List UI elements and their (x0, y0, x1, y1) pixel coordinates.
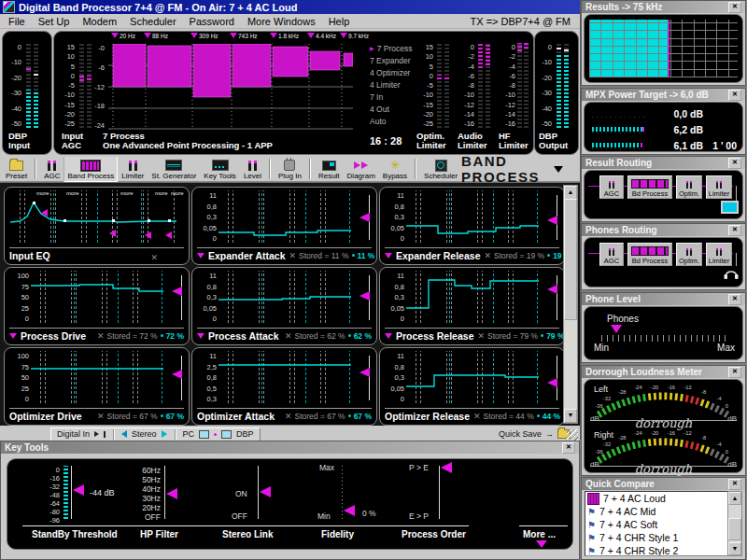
plug-in-button[interactable]: Plug In (275, 156, 305, 182)
clear-icon[interactable] (97, 412, 105, 421)
freq-marker[interactable]: 9.7 kHz (340, 33, 369, 39)
close-icon[interactable] (562, 442, 575, 454)
hp-filter-option[interactable]: 40Hz (142, 484, 161, 494)
main-title-bar[interactable]: Digital Band Processor 7+4 @ FM - On Air… (0, 0, 580, 14)
close-icon[interactable] (728, 2, 741, 13)
expand-icon[interactable] (9, 333, 17, 339)
scroll-down-button[interactable] (728, 542, 741, 555)
phone-level-scale[interactable] (601, 335, 727, 342)
slider-handle-icon[interactable] (172, 287, 182, 296)
st-generator-button[interactable]: St. Generator (148, 156, 200, 182)
close-icon[interactable] (728, 479, 741, 490)
eq-point[interactable] (148, 219, 150, 222)
eq-handle-icon[interactable] (41, 209, 48, 217)
menu-item[interactable]: Scheduler (123, 16, 183, 27)
spectrum-graph[interactable] (108, 44, 353, 130)
chevron-down-icon[interactable] (554, 166, 563, 173)
diagram-button[interactable]: Diagram (344, 156, 379, 182)
routing-block-agc[interactable]: AGC (599, 243, 624, 266)
scroll-up-button[interactable] (564, 186, 577, 200)
optimizer-drive-slider[interactable] (172, 356, 186, 400)
eq-point[interactable] (63, 219, 66, 222)
preset-button[interactable]: Preset (2, 156, 31, 182)
eq-handle-icon[interactable] (109, 230, 116, 237)
clear-icon[interactable] (150, 247, 158, 264)
routing-block-bd-process[interactable]: Bd Process (627, 175, 672, 199)
menu-item[interactable]: More Windows (241, 16, 322, 27)
quick-compare-title-bar[interactable]: Quick Compare (582, 478, 745, 490)
expand-icon[interactable] (385, 333, 392, 339)
preset-item[interactable]: 7 + 4 AC Mid (585, 505, 727, 518)
process-attack-slider[interactable] (359, 275, 374, 320)
routing-block-optim[interactable]: Optim. (676, 243, 702, 266)
menu-item[interactable]: Set Up (32, 16, 77, 27)
slider-handle-icon[interactable] (359, 291, 370, 301)
quick-save-button[interactable]: Quick Save (499, 429, 571, 439)
slider-handle-icon[interactable] (359, 213, 370, 222)
optimizer-attack-slider[interactable] (359, 356, 374, 400)
menu-item[interactable]: File (2, 16, 32, 27)
process-order-handle-icon[interactable] (441, 462, 452, 473)
scroll-thumb[interactable] (728, 518, 741, 540)
routing-block-limiter[interactable]: Limiter (706, 243, 732, 266)
hp-filter-handle-icon[interactable] (166, 488, 177, 499)
dorrough-title-bar[interactable]: Dorrough Loudness Meter (582, 366, 745, 378)
resize-grip[interactable] (567, 429, 578, 441)
result-routing-title-bar[interactable]: Result Routing (582, 157, 745, 169)
routing-block-limiter[interactable]: Limiter (706, 175, 732, 199)
fidelity-handle-icon[interactable] (344, 505, 355, 516)
close-icon[interactable] (728, 158, 741, 169)
preset-item[interactable]: 7 + 4 CHR Style 2 (585, 544, 727, 556)
hp-filter-option[interactable]: 30Hz (142, 494, 161, 503)
slider-handle-icon[interactable] (547, 216, 557, 225)
more-button[interactable]: More ... (523, 529, 556, 539)
stereo-link-off[interactable]: OFF (232, 511, 247, 521)
hp-filter-option[interactable]: 50Hz (142, 475, 161, 484)
agc-button[interactable]: AGC (40, 156, 63, 182)
slider-handle-icon[interactable] (172, 370, 182, 379)
slider-handle-icon[interactable] (359, 368, 370, 377)
process-order-top[interactable]: P > E (409, 463, 429, 472)
scheduler-button[interactable]: Scheduler (420, 156, 461, 182)
mpx-title-bar[interactable]: MPX Power Target -> 6,0 dB (582, 89, 745, 101)
expand-icon[interactable] (197, 253, 204, 259)
clear-icon[interactable] (484, 251, 491, 260)
input-eq-plot[interactable]: moremoremoremoremore (10, 190, 176, 245)
scroll-up-button[interactable] (728, 492, 741, 505)
process-release-plot[interactable] (406, 271, 539, 325)
hp-filter-option[interactable]: OFF (145, 512, 161, 522)
freq-marker[interactable]: 743 Hz (230, 33, 258, 39)
stereo-link-on[interactable]: ON (235, 489, 247, 498)
close-icon[interactable] (728, 367, 741, 378)
expand-icon[interactable] (385, 253, 392, 259)
freq-marker[interactable]: 88 Hz (144, 33, 168, 39)
expander-release-slider[interactable] (547, 195, 561, 240)
clear-icon[interactable] (473, 412, 481, 421)
menu-item[interactable]: Modem (76, 16, 123, 27)
scroll-thumb[interactable] (564, 199, 577, 320)
optimizer-release-plot[interactable] (406, 351, 539, 405)
expander-attack-slider[interactable] (359, 195, 374, 240)
process-release-slider[interactable] (547, 275, 561, 320)
optimizer-release-slider[interactable] (547, 356, 561, 400)
preset-item[interactable]: 7 + 4 CHR Style 1 (585, 531, 727, 544)
eq-point[interactable] (112, 219, 115, 222)
hp-filter-option[interactable]: 60Hz (142, 466, 161, 475)
slider-handle-icon[interactable] (547, 285, 557, 294)
preset-scrollbar[interactable] (727, 491, 742, 556)
eq-handle-icon[interactable] (165, 231, 172, 239)
freq-marker[interactable]: 4.4 kHz (307, 33, 336, 39)
level-button[interactable]: Level (240, 156, 265, 182)
process-drive-slider[interactable] (172, 275, 186, 320)
eq-handle-icon[interactable] (145, 231, 151, 239)
process-attack-plot[interactable] (218, 271, 351, 325)
grid-scrollbar[interactable] (563, 185, 578, 424)
phones-routing-title-bar[interactable]: Phones Routing (582, 224, 745, 236)
eq-point[interactable] (33, 202, 35, 204)
close-icon[interactable] (728, 294, 741, 305)
key-tools-button[interactable]: Key Tools (200, 156, 240, 182)
band-process-button[interactable]: Band Process (63, 156, 118, 182)
slider-handle-icon[interactable] (547, 378, 557, 387)
process-order-bottom[interactable]: E > P (409, 511, 429, 521)
standby-handle-icon[interactable] (73, 484, 84, 496)
